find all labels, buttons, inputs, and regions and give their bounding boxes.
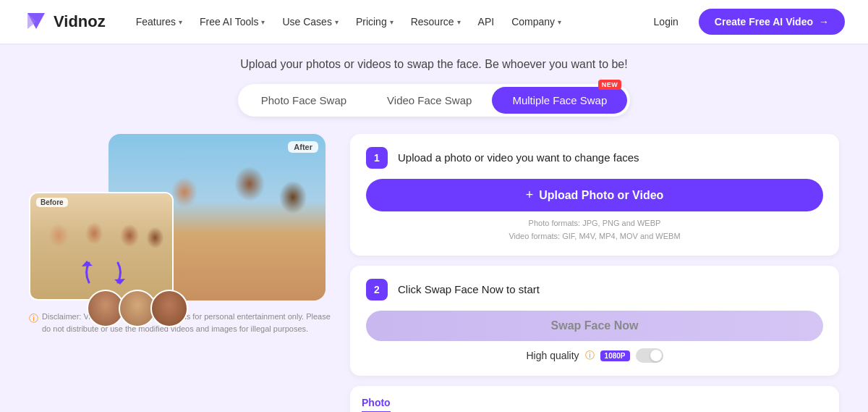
nav-item-pricing[interactable]: Pricing ▾ [349,12,401,32]
nav-item-features[interactable]: Features ▾ [129,12,190,32]
nav-item-use-cases[interactable]: Use Cases ▾ [275,12,345,32]
upload-photo-video-button[interactable]: + Upload Photo or Video [366,179,823,211]
step-1-title: Upload a photo or video you want to chan… [398,147,639,165]
before-label: Before [36,198,68,207]
chevron-down-icon: ▾ [390,18,393,26]
hero-subtitle: Upload your photos or videos to swap the… [29,58,839,71]
step-2-header: 2 Click Swap Face Now to start [366,279,823,300]
chevron-down-icon: ▾ [261,18,265,26]
main-content: Upload your photos or videos to swap the… [0,43,868,412]
step-2-card: 2 Click Swap Face Now to start Swap Face… [350,266,839,376]
chevron-down-icon: ▾ [179,18,182,26]
tab-multiple-face-swap-wrapper: Multiple Face Swap NEW [492,87,627,114]
plus-icon: + [526,188,534,203]
swap-face-now-button[interactable]: Swap Face Now [366,311,823,341]
quality-row: High quality ⓘ 1080P [366,348,823,363]
avatar-3 [150,290,188,327]
step-1-card: 1 Upload a photo or video you want to ch… [350,134,839,256]
photo-samples-card: Photo No idea? Try these pictures. [350,386,839,412]
arrow-icon: → [819,16,829,28]
nav-item-api[interactable]: API [471,12,502,32]
quality-info-icon: ⓘ [585,349,595,362]
demo-section: After Before [29,134,333,335]
chevron-down-icon: ▾ [558,18,561,26]
nav-item-free-ai-tools[interactable]: Free AI Tools ▾ [192,12,272,32]
new-badge: NEW [598,80,622,90]
quality-toggle[interactable] [636,348,663,363]
logo-text: Vidnoz [54,12,106,31]
nav-links: Features ▾ Free AI Tools ▾ Use Cases ▾ P… [129,12,645,32]
logo[interactable]: Vidnoz [23,9,106,35]
tab-multiple-face-swap[interactable]: Multiple Face Swap [492,87,627,114]
svg-marker-0 [114,279,125,285]
nav-item-company[interactable]: Company ▾ [504,12,569,32]
avatar-row [87,290,188,327]
tab-video-face-swap[interactable]: Video Face Swap [367,87,492,114]
step-1-header: 1 Upload a photo or video you want to ch… [366,147,823,169]
info-icon: ⓘ [29,311,38,335]
content-area: After Before [29,134,839,412]
nav-right: Login Create Free AI Video → [645,9,845,35]
step-2-number: 2 [366,279,388,300]
create-free-ai-video-button[interactable]: Create Free AI Video → [699,9,845,35]
navbar: Vidnoz Features ▾ Free AI Tools ▾ Use Ca… [0,0,868,43]
quality-label: High quality [526,350,579,361]
tabs-container: Photo Face Swap Video Face Swap Multiple… [29,84,839,117]
login-button[interactable]: Login [645,12,687,32]
tab-group: Photo Face Swap Video Face Swap Multiple… [238,84,631,117]
steps-section: 1 Upload a photo or video you want to ch… [350,134,839,412]
quality-badge: 1080P [600,350,630,361]
photo-tab-label[interactable]: Photo [362,397,391,412]
format-info: Photo formats: JPG, PNG and WEBP Video f… [366,217,823,243]
chevron-down-icon: ▾ [457,18,461,26]
nav-item-resource[interactable]: Resource ▾ [404,12,468,32]
step-2-title: Click Swap Face Now to start [398,279,540,297]
toggle-knob [650,350,662,361]
svg-marker-1 [82,261,93,266]
step-1-number: 1 [366,147,388,169]
tab-photo-face-swap[interactable]: Photo Face Swap [241,87,367,114]
chevron-down-icon: ▾ [335,18,339,26]
after-label: After [288,141,318,153]
